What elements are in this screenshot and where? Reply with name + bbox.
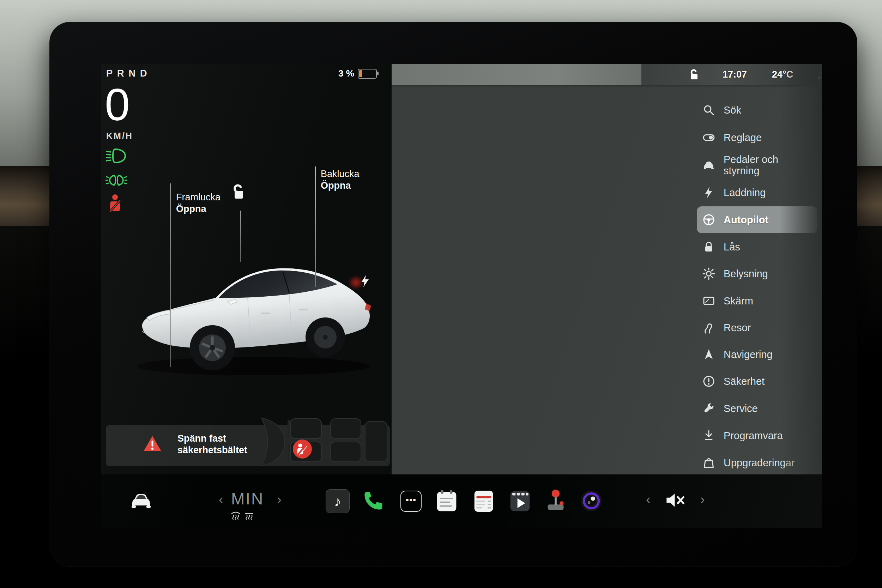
lightning-icon: [702, 186, 715, 199]
navigation-arrow-icon: [702, 348, 715, 361]
camera-lens-app-icon[interactable]: [580, 490, 602, 512]
sidebar-item-label: Programvara: [724, 430, 783, 441]
charge-port-icon[interactable]: [360, 275, 370, 288]
map-strip: Bythjul: [392, 64, 822, 85]
driver-profile-name[interactable]: MIN: [231, 489, 264, 508]
cluster-panel: PRND 3 % 0 KM/H: [101, 64, 392, 474]
frunk-name: Framlucka: [176, 192, 220, 202]
tesla-touchscreen: PRND 3 % 0 KM/H: [101, 64, 822, 528]
profile-next-arrow[interactable]: ›: [277, 493, 282, 506]
download-icon: [702, 429, 715, 442]
brightness-icon: [702, 267, 715, 280]
toggle-icon: [702, 131, 715, 144]
sidebar-item-label: Resor: [724, 322, 751, 333]
trunk-action[interactable]: Öppna: [321, 180, 360, 192]
low-beam-icon: [105, 148, 128, 164]
sidebar-item-label: Reglage: [724, 132, 762, 143]
steering-wheel-icon: [702, 213, 715, 226]
gear-indicator: PRND: [106, 68, 152, 79]
battery-status: 3 %: [338, 68, 377, 79]
alert-circle-icon: [702, 375, 715, 388]
volume-up-arrow[interactable]: ›: [700, 493, 705, 506]
wrench-icon: [702, 402, 715, 415]
trunk-name: Baklucka: [321, 169, 360, 179]
sidebar-item-label: Sök: [724, 104, 741, 116]
trunk-leader-line: [315, 166, 316, 287]
dock-bar: ‹ MIN › ♪ •••: [101, 474, 822, 528]
speed-unit: KM/H: [106, 131, 133, 141]
seatbelt-warning-text: Spänn fast säkerhetsbältet: [177, 433, 248, 456]
theater-app-icon[interactable]: [509, 490, 531, 513]
route-icon: [702, 321, 715, 334]
sidebar-item-label: Service: [724, 403, 758, 414]
sidebar-item-label: Belysning: [724, 268, 768, 279]
speedometer-value: 0: [105, 82, 130, 128]
radio-tuner-app-icon[interactable]: [473, 489, 494, 513]
unlocked-status-icon[interactable]: [688, 69, 700, 81]
volume-down-arrow[interactable]: ‹: [646, 493, 651, 506]
sidebar-item-label: Laddning: [724, 187, 766, 198]
mute-speaker-icon[interactable]: [665, 491, 686, 509]
rear-defrost-icon[interactable]: [244, 510, 254, 521]
display-icon: [702, 294, 715, 307]
phone-app-icon[interactable]: [362, 490, 384, 512]
car-status-dock-icon[interactable]: [129, 491, 153, 510]
frunk-leader-line: [170, 183, 171, 367]
shopping-bag-icon: [702, 456, 715, 469]
more-apps-icon[interactable]: •••: [400, 490, 422, 512]
panel-edge-shade: [780, 64, 822, 474]
cabin-seat-map: [256, 417, 390, 468]
clock: 17:07: [723, 69, 747, 80]
music-app-icon[interactable]: ♪: [326, 489, 350, 513]
position-lamps-icon: [105, 173, 128, 187]
calendar-app-icon[interactable]: [436, 489, 458, 513]
frunk-label[interactable]: Framlucka Öppna: [176, 192, 220, 215]
settings-panel: Bythjul 17:07 24°C Profil: [392, 64, 822, 474]
sidebar-item-label: Navigering: [724, 349, 772, 360]
frunk-action[interactable]: Öppna: [176, 203, 220, 215]
search-icon: [702, 104, 715, 116]
warning-triangle-icon: [143, 435, 162, 453]
car-icon: [702, 159, 715, 171]
unlocked-icon: [230, 184, 247, 201]
sidebar-item-label: Lås: [724, 241, 740, 252]
arcade-app-icon[interactable]: [545, 489, 566, 513]
battery-percent: 3 %: [338, 68, 354, 79]
dashboard-photo: PRND 3 % 0 KM/H: [0, 0, 882, 588]
vehicle-visualization: [123, 218, 392, 380]
battery-icon: [358, 69, 377, 79]
lock-icon: [702, 240, 715, 253]
sidebar-item-label: Autopilot: [724, 214, 768, 225]
sidebar-item-label: Skärm: [724, 295, 753, 306]
front-defrost-icon[interactable]: [230, 510, 241, 521]
sidebar-item-label: Säkerhet: [724, 376, 765, 387]
trunk-label[interactable]: Baklucka Öppna: [321, 168, 360, 192]
seatbelt-warning-icon: [106, 194, 124, 214]
profile-prev-arrow[interactable]: ‹: [219, 493, 224, 506]
lock-leader-line: [240, 211, 241, 262]
